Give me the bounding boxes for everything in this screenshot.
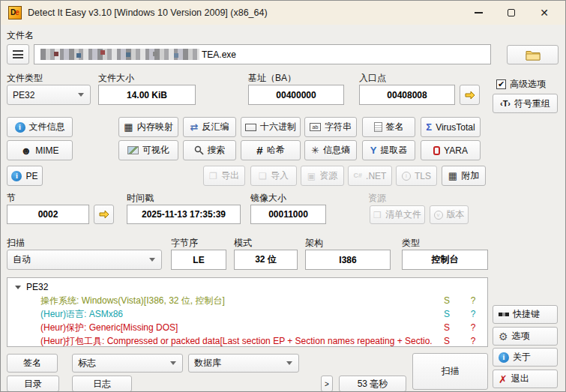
- file-size-field[interactable]: 14.00 KiB: [98, 85, 196, 105]
- entry-point-field[interactable]: 00408008: [359, 85, 455, 105]
- search-icon: [194, 145, 204, 155]
- result-text: 操作系统: Windows(Vista)[I386, 32 位, 控制台]: [40, 295, 432, 307]
- demangle-button[interactable]: ‹T› 符号重组: [493, 94, 558, 113]
- exit-x-icon: ✗: [499, 374, 508, 385]
- file-size-label: 文件大小: [98, 72, 134, 85]
- info-icon: i: [11, 171, 22, 181]
- virustotal-button[interactable]: ΣVirusTotal: [421, 117, 481, 137]
- shortcuts-button[interactable]: 快捷键: [493, 305, 558, 324]
- minimize-icon: [475, 12, 483, 13]
- manifest-button[interactable]: ❒清单文件: [370, 205, 425, 224]
- window-title: Detect It Easy v3.10 [Windows 10 Version…: [28, 7, 268, 18]
- document-icon: [374, 122, 382, 132]
- checkbox-check-icon: ✔: [496, 79, 506, 89]
- log-button[interactable]: 日志: [72, 376, 132, 392]
- signature-button[interactable]: 签名: [362, 117, 415, 137]
- strings-icon: ab: [310, 123, 321, 131]
- memory-map-button[interactable]: ▦内存映射: [118, 117, 178, 137]
- csharp-icon: C#: [354, 172, 363, 179]
- type-label: 类型: [402, 237, 420, 250]
- export-button[interactable]: ❐导出: [203, 166, 245, 186]
- result-row[interactable]: (Heur)打包工具: Compressed or packed data[La…: [7, 334, 487, 347]
- tls-button[interactable]: iTLS: [396, 166, 437, 186]
- visualization-button[interactable]: 可视化: [118, 140, 178, 160]
- options-button[interactable]: ⚙选项: [493, 327, 558, 346]
- mode-label: 模式: [234, 237, 252, 250]
- file-info-button[interactable]: i文件信息: [7, 117, 73, 137]
- result-s-link[interactable]: S: [432, 309, 462, 319]
- result-s-link[interactable]: S: [432, 295, 462, 306]
- maximize-icon: [508, 9, 515, 16]
- search-button[interactable]: 搜索: [183, 140, 236, 160]
- result-row[interactable]: 操作系统: Windows(Vista)[I386, 32 位, 控制台] S …: [7, 294, 487, 307]
- pe-button[interactable]: iPE: [7, 166, 43, 186]
- result-s-link[interactable]: S: [432, 322, 462, 333]
- mime-icon: ☻: [20, 145, 31, 156]
- scan-button[interactable]: 扫描: [412, 353, 488, 390]
- flags-select[interactable]: 标志: [72, 354, 183, 373]
- sections-field[interactable]: 0002: [7, 205, 89, 224]
- version-button[interactable]: v版本: [430, 205, 469, 224]
- exit-button[interactable]: ✗退出: [493, 370, 558, 388]
- entropy-button[interactable]: ✳信息熵: [304, 140, 357, 160]
- result-q-link[interactable]: ?: [462, 336, 484, 346]
- hash-button[interactable]: #哈希: [241, 140, 301, 160]
- maximize-button[interactable]: [495, 1, 528, 25]
- overlay-icon: ▦: [448, 171, 457, 181]
- strings-button[interactable]: ab字符串: [304, 117, 357, 137]
- result-root-row[interactable]: PE32: [7, 280, 487, 294]
- yellow-arrow-icon: [98, 209, 110, 220]
- result-q-link[interactable]: ?: [462, 309, 484, 319]
- image-size-field[interactable]: 00011000: [250, 205, 326, 224]
- elapsed-time: 53 毫秒: [339, 376, 406, 392]
- shortcut-keys-icon: [499, 313, 509, 316]
- timestamp-field[interactable]: 2025-11-13 17:35:39: [127, 205, 241, 224]
- entry-point-label: 入口点: [359, 72, 386, 85]
- entry-point-goto-button[interactable]: [460, 85, 480, 105]
- overlay-button[interactable]: ▦附加: [442, 166, 486, 186]
- file-path-input[interactable]: TEA.exe: [34, 44, 491, 64]
- result-root-label: PE32: [26, 282, 484, 292]
- result-q-link[interactable]: ?: [462, 322, 484, 333]
- hash-icon: #: [256, 145, 262, 156]
- import-button[interactable]: ❏导入: [250, 166, 297, 186]
- resources-group-label: 资源: [368, 192, 386, 205]
- file-list-button[interactable]: [7, 44, 29, 64]
- result-row[interactable]: (Heur)保护: Generic[Missing DOS] S ?: [7, 321, 487, 334]
- gear-icon: ⚙: [499, 331, 508, 342]
- hex-button[interactable]: 十六进制: [241, 117, 301, 137]
- result-q-link[interactable]: ?: [462, 295, 484, 306]
- yellow-arrow-icon: [464, 90, 476, 100]
- scan-method-select[interactable]: 自动: [7, 250, 162, 270]
- sections-goto-button[interactable]: [94, 205, 114, 224]
- file-type-select[interactable]: PE32: [7, 85, 91, 105]
- advanced-options-checkbox[interactable]: ✔ 高级选项: [496, 78, 546, 91]
- yara-button[interactable]: YARA: [421, 140, 481, 160]
- close-button[interactable]: ✕: [528, 1, 561, 25]
- base-address-field[interactable]: 00400000: [248, 85, 344, 105]
- result-row[interactable]: (Heur)语言: ASMx86 S ?: [7, 307, 487, 321]
- extractor-button[interactable]: Y提取器: [362, 140, 415, 160]
- dotnet-button[interactable]: C#.NET: [348, 166, 392, 186]
- signatures-button[interactable]: 签名: [7, 354, 58, 373]
- open-file-button[interactable]: [507, 45, 559, 64]
- extractor-icon: Y: [370, 145, 377, 155]
- minimize-button[interactable]: [462, 1, 495, 25]
- architecture-field[interactable]: I386: [305, 250, 391, 270]
- expand-button[interactable]: >: [321, 376, 333, 392]
- endianness-field[interactable]: LE: [171, 250, 226, 270]
- result-s-link[interactable]: S: [432, 336, 462, 346]
- sections-label: 节: [7, 192, 16, 205]
- type-field[interactable]: 控制台: [402, 250, 488, 270]
- resources-button[interactable]: ▣资源: [301, 166, 344, 186]
- about-button[interactable]: i关于: [493, 348, 558, 367]
- info-icon: i: [15, 122, 25, 133]
- mime-button[interactable]: ☻MIME: [7, 140, 73, 160]
- database-select[interactable]: 数据库: [188, 354, 299, 373]
- resources-icon: ▣: [307, 172, 316, 181]
- directory-button[interactable]: 目录: [7, 376, 59, 392]
- manifest-icon: ❒: [373, 211, 382, 220]
- virustotal-icon: Σ: [426, 122, 432, 132]
- disassembly-button[interactable]: ⇄反汇编: [183, 117, 236, 137]
- mode-field[interactable]: 32 位: [234, 250, 298, 270]
